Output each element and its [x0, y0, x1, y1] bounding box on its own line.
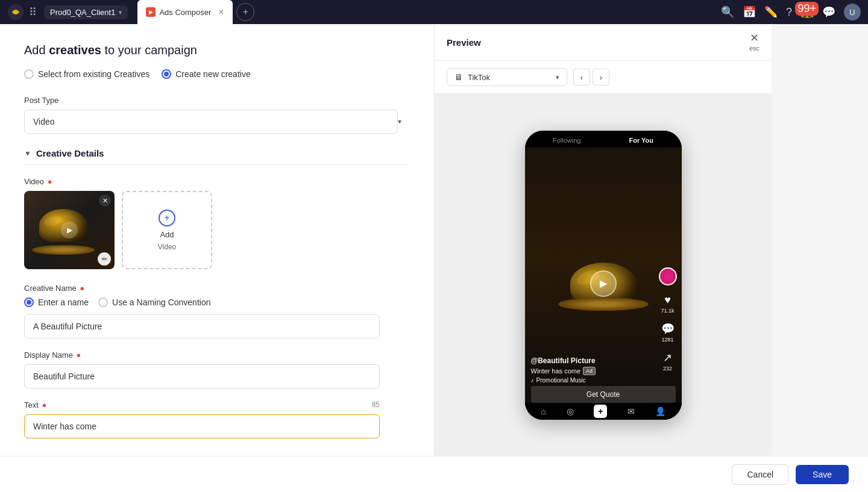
preview-content: Following For You ▶: [435, 94, 772, 456]
video-required: ●: [48, 177, 52, 186]
calendar-icon[interactable]: 📅: [743, 5, 756, 19]
phone-share-action[interactable]: ↗ 232: [663, 351, 672, 372]
ad-badge: Ad: [583, 367, 596, 375]
home-nav-icon[interactable]: ⌂: [541, 406, 546, 416]
select-existing-label: Select from existing Creatives: [38, 69, 149, 79]
text-field: Text ● 85: [24, 400, 410, 450]
video-edit-button[interactable]: ✏: [98, 252, 111, 266]
help-icon[interactable]: ?: [786, 6, 792, 19]
close-label: esc: [749, 45, 760, 52]
section-collapse-icon[interactable]: ▼: [24, 149, 31, 158]
share-count: 232: [663, 366, 672, 372]
phone-like-action[interactable]: ♥ 71.1k: [661, 294, 674, 314]
display-name-field: Display Name ●: [24, 350, 410, 400]
edit-icon[interactable]: ✏️: [764, 5, 778, 19]
platform-nav: ‹ ›: [573, 69, 609, 86]
post-type-select[interactable]: Video: [24, 110, 398, 134]
inbox-nav-icon[interactable]: ✉: [627, 406, 635, 416]
platform-prev-button[interactable]: ‹: [573, 69, 590, 86]
phone-right-actions: ♥ 71.1k 💬 1281 ↗ 232: [659, 267, 677, 372]
platform-dropdown-arrow: ▾: [556, 73, 559, 81]
video-remove-button[interactable]: ✕: [99, 195, 111, 207]
create-new-radio[interactable]: [162, 69, 171, 79]
enter-name-radio[interactable]: [24, 297, 34, 307]
workspace-label: Prod0_QA_Client1: [50, 8, 115, 17]
notification-badge: 99+: [795, 2, 819, 16]
video-thumbnail[interactable]: ▶ ✕ ✏: [24, 191, 115, 269]
phone-music: ♪ Promotional Music: [531, 377, 646, 384]
post-type-field: Post Type Video ▾: [24, 96, 410, 134]
phone-bottom-info: @Beautiful Picture Winter has come Ad ♪ …: [531, 357, 646, 384]
right-panel: Preview ✕ esc 🖥 TikTok ▾ ‹ ›: [434, 24, 772, 456]
creative-name-field: Creative Name ● Enter a name Use a Namin…: [24, 284, 410, 350]
workspace-dropdown-arrow: ▾: [119, 9, 122, 16]
save-button[interactable]: Save: [796, 465, 849, 484]
phone-caption-text: Winter has come: [531, 367, 581, 375]
app-logo: [7, 4, 24, 20]
creative-name-options: Enter a name Use a Naming Convention: [24, 297, 410, 307]
footer: Cancel Save: [0, 456, 868, 492]
messages-button[interactable]: 💬: [822, 5, 835, 19]
tab-label: Ads Composer: [159, 8, 211, 17]
creative-name-input[interactable]: [24, 314, 380, 338]
text-input[interactable]: [24, 414, 380, 438]
search-icon[interactable]: 🔍: [721, 5, 734, 19]
post-type-arrow: ▾: [398, 117, 401, 126]
phone-caption: Winter has come Ad: [531, 367, 646, 375]
discover-nav-icon[interactable]: ◎: [567, 406, 574, 416]
preview-close-button[interactable]: ✕ esc: [749, 33, 760, 52]
creation-mode-group: Select from existing Creatives Create ne…: [24, 69, 410, 79]
enter-name-label: Enter a name: [38, 297, 89, 307]
video-grid: ▶ ✕ ✏ + Add Video: [24, 191, 410, 269]
create-new-label: Create new creative: [175, 69, 251, 79]
select-existing-radio[interactable]: [24, 69, 34, 79]
phone-cta-bar[interactable]: Get Quote: [531, 386, 676, 403]
heart-icon: ♥: [664, 294, 671, 307]
profile-nav-icon[interactable]: 👤: [655, 406, 665, 416]
platform-selector[interactable]: 🖥 TikTok ▾: [447, 68, 567, 86]
add-video-button[interactable]: + Add Video: [122, 191, 212, 269]
add-tab-button[interactable]: +: [236, 3, 254, 21]
phone-nav-bar: ⌂ ◎ + ✉ 👤: [525, 403, 682, 420]
workspace-selector[interactable]: Prod0_QA_Client1 ▾: [44, 5, 128, 19]
user-avatar[interactable]: U: [844, 4, 861, 20]
phone-username: @Beautiful Picture: [531, 357, 646, 365]
preview-platform-bar: 🖥 TikTok ▾ ‹ ›: [435, 61, 772, 94]
tab-icon: ▶: [146, 7, 156, 17]
enter-name-option[interactable]: Enter a name: [24, 297, 89, 307]
phone-topbar: Following For You: [525, 131, 682, 148]
create-nav-button[interactable]: +: [594, 405, 607, 418]
naming-convention-radio[interactable]: [98, 297, 108, 307]
post-type-select-wrapper: Video ▾: [24, 110, 410, 134]
cancel-button[interactable]: Cancel: [732, 464, 788, 485]
tab-close-icon[interactable]: ✕: [218, 8, 224, 16]
chat-icon: 💬: [822, 6, 835, 18]
tab-bar: ▶ Ads Composer ✕ +: [137, 0, 716, 24]
phone-user-avatar: [659, 267, 677, 285]
add-video-sublabel: Video: [158, 243, 176, 251]
naming-convention-label: Use a Naming Convention: [112, 297, 210, 307]
platform-icon: 🖥: [454, 72, 463, 82]
notifications-button[interactable]: 🔔 99+: [800, 5, 814, 19]
grid-icon[interactable]: ⠿: [29, 5, 37, 19]
preview-header: Preview ✕ esc: [435, 24, 772, 61]
display-name-input[interactable]: [24, 364, 380, 388]
tab-ads-composer[interactable]: ▶ Ads Composer ✕: [137, 0, 233, 24]
naming-convention-option[interactable]: Use a Naming Convention: [98, 297, 210, 307]
video-play-button[interactable]: ▶: [61, 222, 78, 238]
phone-play-button[interactable]: ▶: [590, 270, 617, 297]
add-video-label: Add: [160, 230, 174, 239]
create-new-option[interactable]: Create new creative: [162, 69, 251, 79]
platform-next-button[interactable]: ›: [593, 69, 609, 86]
video-section: Video ● ▶ ✕ ✏: [24, 177, 410, 269]
like-count: 71.1k: [661, 308, 674, 314]
phone-screen: Following For You ▶: [525, 131, 682, 420]
video-label: Video ●: [24, 177, 410, 186]
platform-label: TikTok: [468, 73, 490, 82]
following-tab: Following: [553, 137, 580, 144]
creative-name-label: Creative Name ●: [24, 284, 410, 293]
phone-comment-action[interactable]: 💬 1281: [661, 322, 675, 343]
text-counter: 85: [372, 400, 380, 409]
preview-title: Preview: [447, 37, 481, 48]
select-existing-option[interactable]: Select from existing Creatives: [24, 69, 149, 79]
